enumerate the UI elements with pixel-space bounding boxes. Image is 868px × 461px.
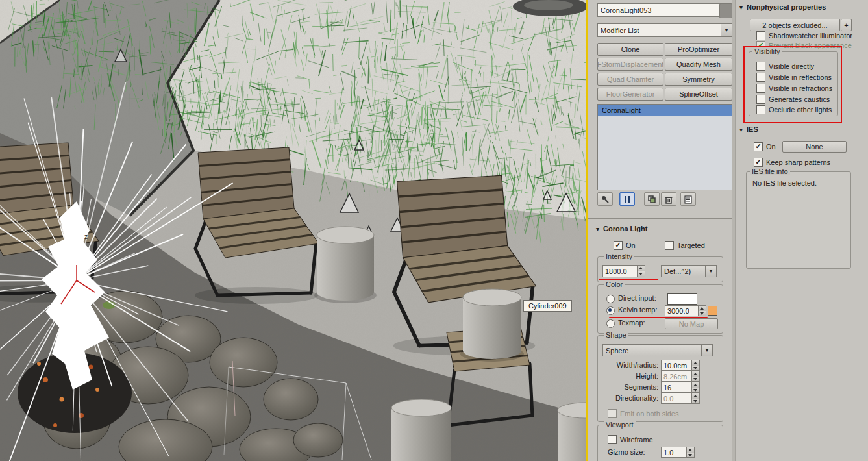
- modifier-button-floorgenerator[interactable]: FloorGenerator: [597, 88, 663, 101]
- ies-file-info-label: IES file info: [750, 168, 790, 175]
- spinner-arrows[interactable]: [637, 266, 645, 277]
- checkbox-keep-sharp-patterns[interactable]: ✓ Keep sharp patterns: [754, 158, 830, 167]
- object-color-swatch[interactable]: [719, 3, 732, 18]
- viewport-3d[interactable]: z Cylinder009: [0, 0, 586, 461]
- checkbox-wireframe[interactable]: ✓ Wireframe: [608, 435, 653, 444]
- command-panel: CoronaLight053 Modifier List ▼ Clone Pro…: [588, 0, 735, 461]
- trash-icon: [664, 195, 673, 204]
- width-radius-spinner[interactable]: 10.0cm: [661, 360, 700, 371]
- viewport-group-label: Viewport: [604, 421, 636, 429]
- viewport-tooltip: Cylinder009: [523, 300, 572, 312]
- gizmo-size-spinner[interactable]: 1.0: [661, 447, 695, 458]
- directionality-spinner[interactable]: 0.0: [661, 393, 700, 404]
- checkbox-visible-in-refractions[interactable]: ✓ Visible in refractions: [756, 84, 832, 93]
- checkbox-light-on[interactable]: ✓ On: [614, 241, 636, 250]
- intensity-spinner[interactable]: 1800.0: [602, 265, 645, 277]
- divider: [588, 218, 732, 219]
- ies-none-button[interactable]: None: [782, 141, 847, 153]
- rollout-open-icon: ▾: [739, 126, 743, 133]
- kelvin-temp-label: Kelvin temp:: [618, 306, 658, 314]
- gizmo-size-label: Gizmo size:: [608, 448, 645, 456]
- checkbox-targeted[interactable]: ✓ Targeted: [665, 241, 705, 250]
- radio-kelvin-temp[interactable]: [606, 306, 615, 315]
- properties-panel: ▾ Nonphysical properties 2 objects exclu…: [735, 0, 868, 461]
- direct-input-label: Direct input:: [618, 294, 656, 302]
- dropdown-arrow-icon[interactable]: ▼: [705, 266, 716, 277]
- object-name-field[interactable]: CoronaLight053: [597, 3, 725, 17]
- checkbox-ies-on[interactable]: ✓ On: [754, 142, 776, 151]
- pin-icon: [601, 195, 610, 204]
- texmap-button[interactable]: No Map: [665, 318, 718, 329]
- spinner-arrows[interactable]: [698, 306, 706, 316]
- modifier-button-quadify-mesh[interactable]: Quadify Mesh: [665, 58, 732, 71]
- kelvin-temp-spinner[interactable]: 3000.0: [665, 305, 706, 316]
- rollout-nonphysical-properties[interactable]: ▾ Nonphysical properties: [739, 3, 826, 11]
- exclude-objects-button[interactable]: 2 objects excluded...: [750, 19, 840, 31]
- configure-modifier-sets-button[interactable]: [680, 192, 696, 206]
- segments-label: Segments:: [595, 383, 658, 391]
- height-spinner[interactable]: 8.26cm: [661, 371, 700, 382]
- viewport-scene: z: [0, 0, 586, 461]
- visibility-group-label: Visibility: [752, 47, 782, 55]
- intensity-units-dropdown[interactable]: Def...^2) ▼: [661, 265, 717, 277]
- height-label: Height:: [595, 372, 658, 380]
- kelvin-color-swatch[interactable]: [708, 306, 717, 316]
- 3dsmax-window: z Cylinder009 CoronaLight053 Modifier Li…: [0, 0, 868, 461]
- dropdown-arrow-icon[interactable]: ▼: [721, 24, 732, 36]
- exclude-add-button[interactable]: +: [841, 19, 852, 31]
- checkbox-visible-directly[interactable]: ✓ Visible directly: [756, 62, 814, 71]
- axis-z-label: z: [84, 233, 88, 240]
- shape-group-label: Shape: [604, 331, 628, 339]
- shape-type-dropdown[interactable]: Sphere ▼: [602, 344, 713, 356]
- make-unique-icon: [647, 195, 656, 204]
- radio-texmap[interactable]: [606, 319, 615, 328]
- texmap-label: Texmap:: [618, 319, 645, 327]
- direct-input-color-swatch[interactable]: [667, 293, 697, 305]
- intensity-group-label: Intensity: [604, 253, 634, 260]
- radio-direct-input[interactable]: [606, 295, 615, 303]
- segments-spinner[interactable]: 16: [661, 382, 700, 393]
- modifier-button-quad-chamfer[interactable]: Quad Chamfer: [597, 73, 663, 86]
- checkbox-generates-caustics[interactable]: ✓ Generates caustics: [756, 95, 830, 104]
- spinner-arrows[interactable]: [686, 447, 694, 457]
- show-end-result-icon: [623, 195, 632, 204]
- ies-file-info-text: No IES file selected.: [752, 179, 817, 187]
- rollout-ies[interactable]: ▾ IES: [739, 125, 758, 133]
- modifier-button-fstormdisplacement[interactable]: FStormDisplacement: [597, 58, 663, 71]
- remove-modifier-button[interactable]: [661, 192, 676, 206]
- spinner-arrows[interactable]: [691, 360, 699, 370]
- modifier-button-symmetry[interactable]: Symmetry: [665, 73, 732, 86]
- rollout-corona-light[interactable]: ▾ Corona Light: [596, 225, 647, 232]
- modifier-stack-list[interactable]: CoronaLight: [597, 104, 732, 190]
- modifier-stack-item-coronalight[interactable]: CoronaLight: [598, 105, 732, 116]
- rollout-open-icon: ▾: [739, 4, 743, 11]
- checkbox-visible-in-reflections[interactable]: ✓ Visible in reflections: [756, 73, 832, 82]
- width-radius-label: Width/radius:: [595, 361, 658, 369]
- spinner-arrows[interactable]: [691, 382, 699, 392]
- dropdown-arrow-icon[interactable]: ▼: [701, 345, 712, 356]
- list-config-icon: [684, 195, 693, 204]
- modifier-button-clone[interactable]: Clone: [597, 43, 663, 56]
- spinner-arrows[interactable]: [691, 393, 699, 403]
- make-unique-button[interactable]: [644, 192, 660, 206]
- color-group-label: Color: [604, 280, 625, 288]
- modifier-button-prooptimizer[interactable]: ProOptimizer: [665, 43, 732, 56]
- rollout-open-icon: ▾: [596, 225, 599, 232]
- checkbox-emit-both-sides[interactable]: ✓ Emit on both sides: [608, 409, 679, 418]
- spinner-arrows[interactable]: [691, 371, 699, 381]
- modifier-button-splineoffset[interactable]: SplineOffset: [665, 88, 732, 101]
- modifier-list-dropdown[interactable]: Modifier List ▼: [597, 23, 732, 37]
- show-end-result-button[interactable]: [619, 192, 635, 206]
- checkbox-shadowcatcher-illuminator[interactable]: ✓ Shadowcatcher illuminator: [756, 31, 852, 40]
- pin-stack-button[interactable]: [597, 192, 613, 206]
- checkbox-occlude-other-lights[interactable]: ✓ Occlude other lights: [756, 105, 832, 114]
- directionality-label: Directionality:: [595, 394, 658, 402]
